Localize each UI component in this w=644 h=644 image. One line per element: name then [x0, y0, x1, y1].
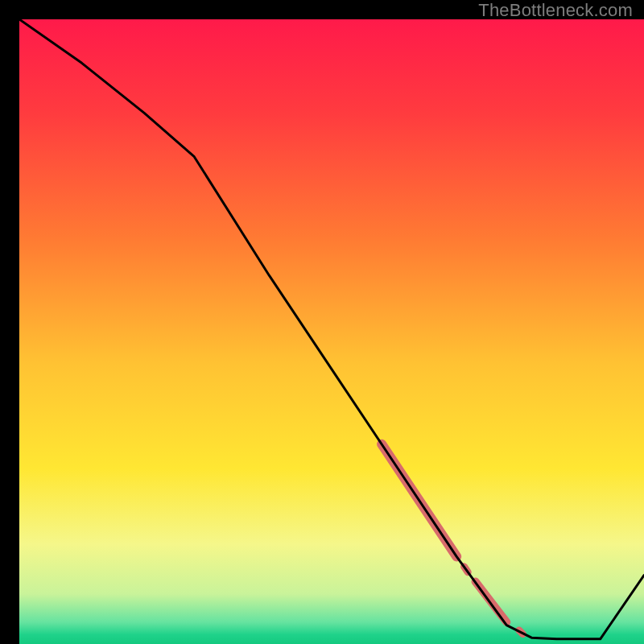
gradient-background — [19, 19, 644, 644]
watermark-text: TheBottleneck.com — [478, 0, 633, 21]
bottleneck-chart — [19, 19, 644, 644]
plot-frame — [10, 10, 634, 634]
